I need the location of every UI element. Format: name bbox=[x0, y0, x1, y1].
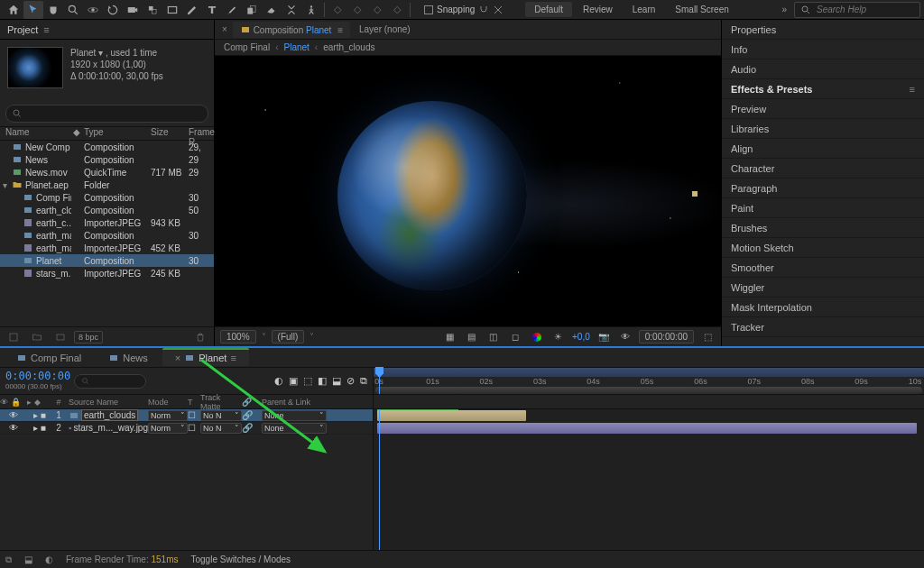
snap-opt-1-icon[interactable] bbox=[478, 5, 489, 15]
snap-opt-2-icon[interactable] bbox=[493, 5, 504, 15]
project-row[interactable]: stars_m...ay.jpgImporterJPEG245 KB bbox=[0, 267, 214, 279]
project-menu-icon[interactable]: ≡ bbox=[43, 24, 49, 35]
panel-paragraph[interactable]: Paragraph bbox=[722, 179, 924, 198]
project-row[interactable]: New CompComposition29, bbox=[0, 141, 214, 153]
pen-tool[interactable] bbox=[182, 1, 202, 19]
panel-libraries[interactable]: Libraries bbox=[722, 119, 924, 139]
panel-character[interactable]: Character bbox=[722, 159, 924, 179]
timeline-tab[interactable]: × Planet ≡ bbox=[162, 348, 249, 366]
new-folder-icon[interactable] bbox=[27, 328, 47, 346]
panel-brushes[interactable]: Brushes bbox=[722, 218, 924, 238]
project-tree[interactable]: New CompComposition29,NewsComposition29N… bbox=[0, 141, 214, 326]
timeline-layer-row[interactable]: 👁▸ ■1earth_cloudsNorm˅☐No N˅🔗None˅ bbox=[0, 409, 373, 422]
bit-depth[interactable]: 8 bpc bbox=[74, 331, 103, 344]
panel-align[interactable]: Align bbox=[722, 139, 924, 159]
3d-tool-2[interactable]: ◇ bbox=[347, 1, 367, 19]
tl-icon-2[interactable]: ▣ bbox=[289, 375, 298, 387]
tl-icon-3[interactable]: ⬚ bbox=[303, 375, 312, 387]
project-row[interactable]: earth_mapComposition30 bbox=[0, 229, 214, 242]
quality-dropdown[interactable]: (Full) bbox=[272, 330, 305, 344]
tl-icon-5[interactable]: ⬓ bbox=[332, 375, 341, 387]
comp-breadcrumb[interactable]: Comp Final‹ Planet‹ earth_clouds bbox=[215, 40, 721, 56]
new-comp-icon[interactable] bbox=[51, 328, 70, 346]
region-icon[interactable]: ◻ bbox=[507, 332, 523, 342]
project-row[interactable]: earth_map.jpgImporterJPEG452 KB bbox=[0, 242, 214, 254]
comp-viewer[interactable] bbox=[215, 56, 721, 326]
help-search[interactable] bbox=[794, 2, 920, 18]
project-panel-tab[interactable]: Project ≡ bbox=[0, 20, 214, 40]
timeline-layer-rows[interactable]: 👁▸ ■1earth_cloudsNorm˅☐No N˅🔗None˅👁▸ ■2s… bbox=[0, 409, 373, 435]
brush-tool[interactable] bbox=[222, 1, 242, 19]
layer-bar-2[interactable] bbox=[377, 423, 917, 434]
3d-tool-3[interactable]: ◇ bbox=[367, 1, 387, 19]
workspace-overflow[interactable]: » bbox=[781, 5, 787, 14]
panel-smoother[interactable]: Smoother bbox=[722, 258, 924, 278]
snapping-toggle[interactable]: Snapping bbox=[420, 5, 507, 15]
camera-tool[interactable] bbox=[123, 1, 143, 19]
panel-info[interactable]: Info bbox=[722, 40, 924, 60]
interpret-footage-icon[interactable] bbox=[4, 328, 23, 346]
timeline-search[interactable] bbox=[74, 374, 146, 389]
exposure-icon[interactable]: ☀ bbox=[550, 332, 567, 342]
3d-view-icon[interactable]: ⬚ bbox=[699, 332, 716, 342]
clone-tool[interactable] bbox=[242, 1, 262, 19]
timeline-ruler[interactable]: 0s01s02s03s04s05s06s07s08s09s10s bbox=[374, 368, 924, 395]
project-row[interactable]: earth_cloudsComposition50 bbox=[0, 204, 214, 216]
panel-paint[interactable]: Paint bbox=[722, 198, 924, 218]
project-row[interactable]: NewsComposition29 bbox=[0, 153, 214, 166]
tab-composition[interactable]: Composition Planet ≡ bbox=[233, 22, 350, 38]
workspace-review[interactable]: Review bbox=[574, 2, 622, 17]
panel-properties[interactable]: Properties bbox=[722, 20, 924, 40]
project-search[interactable] bbox=[5, 105, 208, 123]
project-row[interactable]: News.movQuickTime717 MB29 bbox=[0, 166, 214, 179]
playhead[interactable] bbox=[379, 368, 380, 394]
guides-icon[interactable]: ▤ bbox=[464, 332, 480, 342]
close-tab-icon[interactable]: × bbox=[218, 24, 231, 34]
timeline-tab[interactable]: Comp Final bbox=[4, 350, 94, 366]
help-search-input[interactable] bbox=[815, 4, 905, 15]
workspace-default[interactable]: Default bbox=[525, 2, 572, 17]
tl-footer-icon-3[interactable]: ◐ bbox=[45, 554, 53, 564]
layer-bar-1[interactable] bbox=[377, 410, 526, 421]
panel-effects-presets[interactable]: Effects & Presets≡ bbox=[722, 79, 924, 99]
tl-icon-4[interactable]: ◧ bbox=[318, 375, 327, 387]
panel-audio[interactable]: Audio bbox=[722, 60, 924, 79]
panel-wiggler[interactable]: Wiggler bbox=[722, 278, 924, 298]
timeline-tab[interactable]: News bbox=[96, 350, 161, 366]
preview-time[interactable]: 0:00:00:00 bbox=[639, 330, 694, 344]
pan-behind-tool[interactable] bbox=[143, 1, 162, 19]
home-icon[interactable] bbox=[4, 1, 23, 19]
zoom-tool[interactable] bbox=[63, 1, 83, 19]
tl-icon-6[interactable]: ⊘ bbox=[346, 375, 355, 387]
panel-preview[interactable]: Preview bbox=[722, 99, 924, 119]
exposure-value[interactable]: +0,0 bbox=[572, 332, 590, 342]
workspace-small[interactable]: Small Screen bbox=[666, 2, 737, 17]
tl-footer-icon-1[interactable]: ⧉ bbox=[5, 554, 12, 565]
puppet-tool[interactable] bbox=[301, 1, 321, 19]
3d-tool-4[interactable]: ◇ bbox=[387, 1, 407, 19]
type-tool[interactable] bbox=[202, 1, 222, 19]
grid-icon[interactable]: ▦ bbox=[442, 332, 458, 342]
timeline-timecode[interactable]: 0:00:00:00 00000 (30.00 fps) bbox=[0, 368, 69, 394]
tl-footer-icon-2[interactable]: ⬓ bbox=[24, 554, 32, 564]
project-row[interactable]: earth_c...s.jpgImporterJPEG943 KB bbox=[0, 216, 214, 229]
project-row[interactable]: PlanetComposition30 bbox=[0, 254, 214, 267]
tab-layer[interactable]: Layer (none) bbox=[352, 22, 418, 37]
channel-icon[interactable] bbox=[529, 333, 545, 342]
rectangle-tool[interactable] bbox=[162, 1, 182, 19]
selection-tool[interactable] bbox=[23, 1, 43, 19]
hand-tool[interactable] bbox=[43, 1, 63, 19]
eraser-tool[interactable] bbox=[262, 1, 282, 19]
toggle-switches[interactable]: Toggle Switches / Modes bbox=[191, 554, 291, 564]
tl-icon-1[interactable]: ◐ bbox=[274, 375, 283, 387]
delete-icon[interactable] bbox=[190, 328, 210, 346]
show-snapshot-icon[interactable]: 👁 bbox=[617, 332, 633, 342]
panel-motion-sketch[interactable]: Motion Sketch bbox=[722, 238, 924, 258]
timeline-bars[interactable] bbox=[374, 409, 924, 550]
roto-tool[interactable] bbox=[282, 1, 301, 19]
mask-icon[interactable]: ◫ bbox=[485, 332, 502, 342]
tl-icon-7[interactable]: ⧉ bbox=[360, 375, 367, 387]
project-row[interactable]: Comp FinalComposition30 bbox=[0, 191, 214, 204]
zoom-dropdown[interactable]: 100% bbox=[220, 330, 256, 344]
project-row[interactable]: ▾Planet.aepFolder bbox=[0, 179, 214, 191]
